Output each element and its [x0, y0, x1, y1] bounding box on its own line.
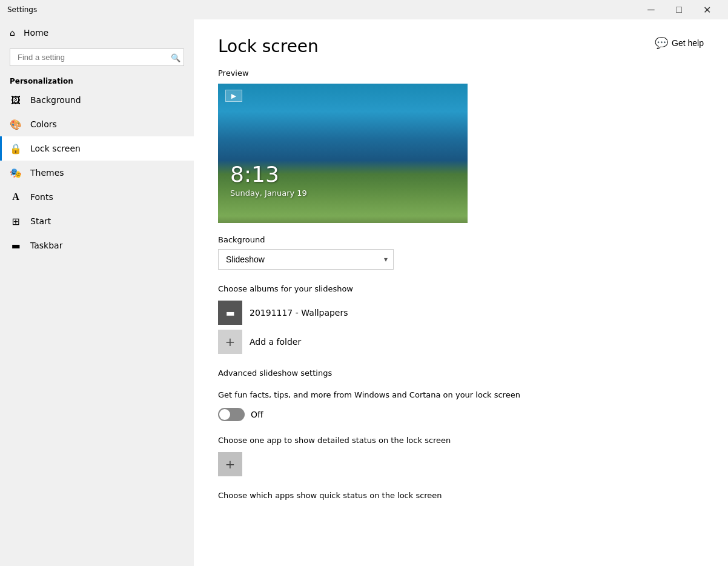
background-label: Background	[30, 95, 81, 105]
quick-status-label: Choose which apps show quick status on t…	[218, 491, 704, 500]
search-icon[interactable]: 🔍	[171, 53, 180, 62]
fun-facts-toggle[interactable]	[218, 408, 245, 421]
preview-label: Preview	[218, 68, 704, 78]
background-dropdown-wrapper: Windows spotlight Picture Slideshow ▾	[218, 249, 394, 270]
album-thumbnail: ▬	[218, 301, 242, 325]
add-detail-app-button[interactable]: +	[218, 452, 242, 476]
main-header: Lock screen 💬 Get help	[218, 36, 704, 56]
colors-label: Colors	[30, 119, 57, 129]
preview-slideshow-icon: ▶	[225, 90, 242, 102]
sidebar-item-themes[interactable]: 🎭 Themes	[0, 161, 194, 185]
add-folder-item[interactable]: + Add a folder	[218, 330, 704, 354]
background-icon: 🖼	[10, 94, 22, 106]
get-help-icon: 💬	[655, 36, 668, 50]
lock-screen-preview: ▶ 8:13 Sunday, January 19	[218, 84, 468, 223]
sidebar: ⌂ Home 🔍 Personalization 🖼 Background 🎨 …	[0, 19, 194, 566]
toggle-state-label: Off	[251, 410, 263, 419]
add-detail-app-icon: +	[225, 457, 236, 471]
search-container: 🔍	[10, 48, 184, 66]
background-dropdown[interactable]: Windows spotlight Picture Slideshow	[218, 249, 394, 270]
toggle-knob	[219, 409, 230, 420]
colors-icon: 🎨	[10, 118, 22, 130]
album-list-item[interactable]: ▬ 20191117 - Wallpapers	[218, 301, 704, 325]
maximize-button[interactable]: □	[665, 0, 693, 19]
home-label: Home	[24, 28, 48, 38]
sidebar-item-colors[interactable]: 🎨 Colors	[0, 112, 194, 136]
main-content: Lock screen 💬 Get help Preview ▶ 8:13 Su…	[194, 19, 728, 566]
start-label: Start	[30, 216, 51, 226]
preview-date: Sunday, January 19	[230, 188, 307, 198]
taskbar-label: Taskbar	[30, 241, 62, 250]
themes-icon: 🎭	[10, 167, 22, 179]
start-icon: ⊞	[10, 215, 22, 227]
preview-time: 8:13	[230, 162, 279, 187]
title-bar: Settings ─ □ ✕	[0, 0, 728, 19]
home-icon: ⌂	[10, 28, 15, 38]
app-body: ⌂ Home 🔍 Personalization 🖼 Background 🎨 …	[0, 19, 728, 566]
detail-status-label: Choose one app to show detailed status o…	[218, 436, 704, 445]
sidebar-item-start[interactable]: ⊞ Start	[0, 209, 194, 233]
sidebar-item-fonts[interactable]: A Fonts	[0, 185, 194, 209]
get-help-label: Get help	[672, 38, 704, 48]
album-thumb-icon: ▬	[225, 307, 234, 319]
get-help-button[interactable]: 💬 Get help	[655, 36, 704, 50]
app-title: Settings	[7, 5, 637, 14]
search-input[interactable]	[10, 48, 184, 66]
window-controls: ─ □ ✕	[637, 0, 721, 19]
lock-screen-label: Lock screen	[30, 144, 81, 153]
section-label: Personalization	[0, 71, 194, 88]
choose-albums-label: Choose albums for your slideshow	[218, 284, 704, 293]
lock-icon: 🔒	[10, 142, 22, 155]
taskbar-icon: ▬	[10, 239, 22, 251]
add-folder-plus-icon: +	[218, 330, 242, 354]
advanced-slideshow-link[interactable]: Advanced slideshow settings	[218, 368, 704, 378]
add-folder-label: Add a folder	[250, 337, 301, 347]
close-button[interactable]: ✕	[693, 0, 721, 19]
fun-facts-toggle-row: Off	[218, 408, 704, 421]
minimize-button[interactable]: ─	[637, 0, 665, 19]
preview-image	[218, 84, 468, 223]
fun-facts-label: Get fun facts, tips, and more from Windo…	[218, 390, 521, 401]
sidebar-item-lock-screen[interactable]: 🔒 Lock screen	[0, 136, 194, 161]
themes-label: Themes	[30, 168, 64, 178]
fonts-label: Fonts	[30, 192, 53, 202]
sidebar-item-home[interactable]: ⌂ Home	[0, 22, 194, 44]
page-title: Lock screen	[218, 36, 319, 56]
fonts-icon: A	[10, 191, 22, 203]
sidebar-item-background[interactable]: 🖼 Background	[0, 88, 194, 112]
background-dropdown-label: Background	[218, 235, 704, 244]
sidebar-item-taskbar[interactable]: ▬ Taskbar	[0, 233, 194, 258]
album-name: 20191117 - Wallpapers	[250, 308, 348, 318]
